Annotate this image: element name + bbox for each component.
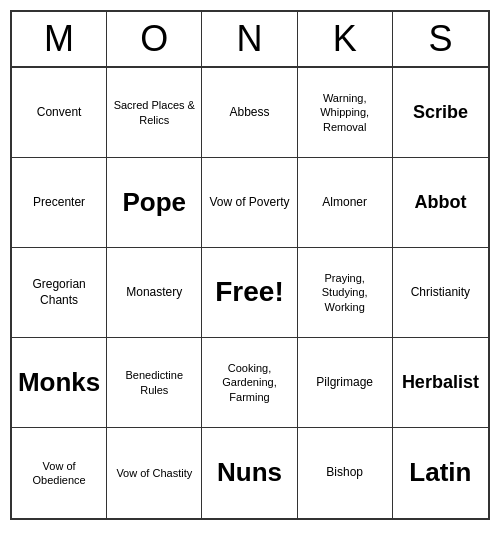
bingo-cell-10: Gregorian Chants xyxy=(12,248,107,338)
bingo-cell-4: Scribe xyxy=(393,68,488,158)
header-letter-s: S xyxy=(393,12,488,66)
header-letter-m: M xyxy=(12,12,107,66)
bingo-cell-23: Bishop xyxy=(298,428,393,518)
bingo-cell-17: Cooking, Gardening, Farming xyxy=(202,338,297,428)
header-letter-k: K xyxy=(298,12,393,66)
bingo-cell-11: Monastery xyxy=(107,248,202,338)
bingo-cell-2: Abbess xyxy=(202,68,297,158)
bingo-cell-24: Latin xyxy=(393,428,488,518)
bingo-cell-7: Vow of Poverty xyxy=(202,158,297,248)
bingo-cell-18: Pilgrimage xyxy=(298,338,393,428)
bingo-cell-14: Christianity xyxy=(393,248,488,338)
bingo-cell-16: Benedictine Rules xyxy=(107,338,202,428)
bingo-cell-6: Pope xyxy=(107,158,202,248)
bingo-cell-3: Warning, Whipping, Removal xyxy=(298,68,393,158)
bingo-cell-19: Herbalist xyxy=(393,338,488,428)
bingo-cell-0: Convent xyxy=(12,68,107,158)
header-letter-o: O xyxy=(107,12,202,66)
bingo-cell-5: Precenter xyxy=(12,158,107,248)
bingo-grid: ConventSacred Places & RelicsAbbessWarni… xyxy=(12,68,488,518)
header-row: MONKS xyxy=(12,12,488,68)
bingo-cell-22: Nuns xyxy=(202,428,297,518)
header-letter-n: N xyxy=(202,12,297,66)
bingo-cell-9: Abbot xyxy=(393,158,488,248)
bingo-cell-21: Vow of Chastity xyxy=(107,428,202,518)
bingo-card: MONKS ConventSacred Places & RelicsAbbes… xyxy=(10,10,490,520)
bingo-cell-20: Vow of Obedience xyxy=(12,428,107,518)
bingo-cell-12: Free! xyxy=(202,248,297,338)
bingo-cell-15: Monks xyxy=(12,338,107,428)
bingo-cell-8: Almoner xyxy=(298,158,393,248)
bingo-cell-1: Sacred Places & Relics xyxy=(107,68,202,158)
bingo-cell-13: Praying, Studying, Working xyxy=(298,248,393,338)
